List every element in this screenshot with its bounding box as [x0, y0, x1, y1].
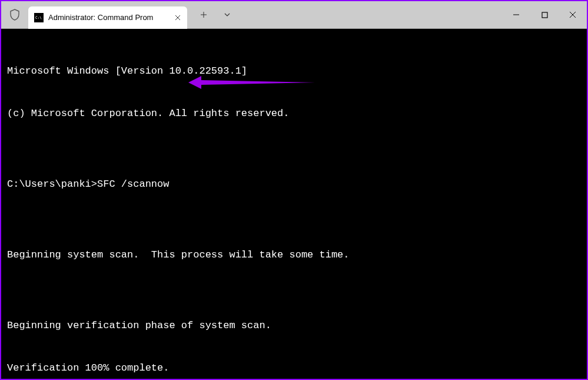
window-controls: [502, 3, 587, 27]
tab-active[interactable]: C:\ Administrator: Command Prom: [28, 6, 187, 29]
terminal-output: (c) Microsoft Corporation. All rights re…: [7, 107, 581, 121]
terminal-output: Beginning verification phase of system s…: [7, 319, 581, 333]
tab-close-button[interactable]: [173, 13, 182, 22]
terminal-output: Verification 100% complete.: [7, 361, 581, 375]
terminal-prompt: C:\Users\panki>: [7, 177, 97, 191]
tab-actions: [192, 4, 239, 26]
maximize-button[interactable]: [530, 3, 559, 27]
svg-rect-5: [542, 12, 547, 18]
title-bar: C:\ Administrator: Command Prom: [1, 1, 587, 29]
terminal-output: Microsoft Windows [Version 10.0.22593.1]: [7, 64, 581, 78]
shield-icon: [9, 9, 20, 21]
terminal-content[interactable]: Microsoft Windows [Version 10.0.22593.1]…: [1, 29, 587, 379]
terminal-prompt-line: C:\Users\panki>SFC /scannow: [7, 177, 581, 191]
new-tab-button[interactable]: [192, 4, 215, 26]
close-button[interactable]: [559, 3, 587, 27]
terminal-output: Beginning system scan. This process will…: [7, 248, 581, 262]
tab-dropdown-button[interactable]: [215, 4, 239, 26]
tab-title: Administrator: Command Prom: [48, 13, 168, 22]
minimize-button[interactable]: [502, 3, 530, 27]
command-prompt-icon: C:\: [34, 13, 44, 22]
terminal-command: SFC /scannow: [97, 177, 169, 191]
